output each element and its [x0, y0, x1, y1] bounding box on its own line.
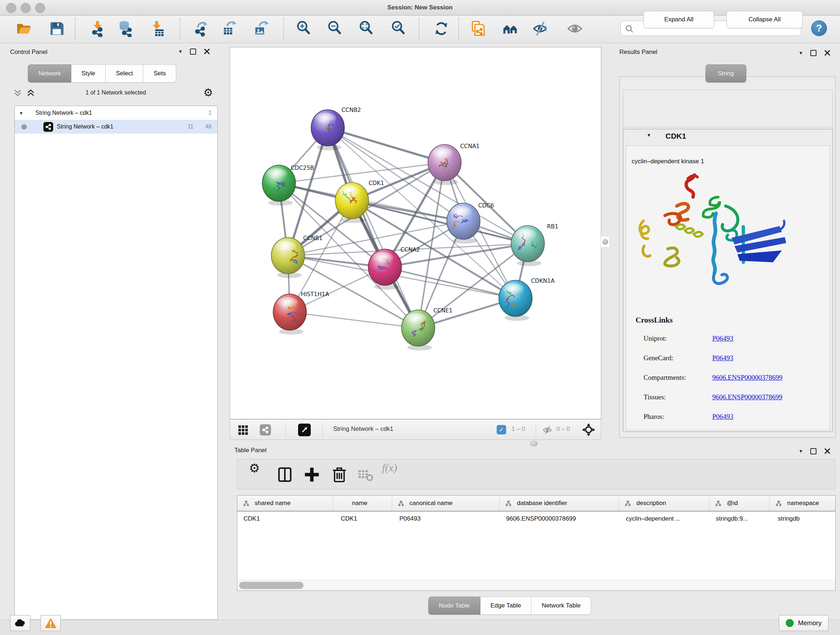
table-header-cell[interactable]: @id	[709, 496, 770, 511]
tab-network-table[interactable]: Network Table	[531, 597, 591, 615]
network-edge[interactable]	[328, 128, 418, 328]
scrollbar-thumb[interactable]	[239, 582, 303, 589]
import-table-icon[interactable]	[149, 20, 166, 37]
table-columns-icon[interactable]	[276, 466, 294, 483]
memory-button[interactable]: Memory	[779, 615, 829, 631]
help-button[interactable]: ?	[811, 20, 827, 36]
open-session-icon[interactable]	[16, 20, 32, 37]
table-header-cell[interactable]: namespace	[770, 496, 835, 511]
collapse-all-button[interactable]: Collapse All	[726, 11, 803, 28]
table-cell[interactable]: 9606.ENSP00000378699	[500, 515, 619, 523]
tab-style[interactable]: Style	[71, 65, 106, 82]
crosslink-link[interactable]: P06493	[712, 334, 733, 342]
selected-checkbox[interactable]: ✓	[497, 425, 506, 434]
crosslink-link[interactable]: 9606.ENSP00000378699	[712, 393, 783, 401]
bottom-splitter-handle[interactable]	[531, 441, 538, 447]
table-settings-gear-icon[interactable]: ⚙	[249, 461, 260, 475]
network-edge[interactable]	[352, 201, 528, 244]
zoom-fit-icon[interactable]	[358, 20, 375, 37]
function-builder-icon[interactable]: f(x)	[382, 462, 397, 474]
table-cell[interactable]: CDK1	[333, 515, 392, 523]
table-cell[interactable]: P06493	[392, 515, 500, 523]
table-header-cell[interactable]: name	[333, 496, 392, 511]
table-header-label: @id	[727, 500, 738, 507]
network-edge[interactable]	[385, 267, 515, 298]
delete-column-icon[interactable]	[331, 466, 348, 483]
cloud-button[interactable]	[10, 615, 30, 631]
panel-float-icon[interactable]: ▾	[179, 48, 182, 55]
crosslink-link[interactable]: P06493	[712, 413, 733, 421]
hide-unhide-icon[interactable]	[532, 20, 548, 37]
table-horizontal-scrollbar[interactable]	[237, 580, 835, 591]
birds-eye-view-icon[interactable]	[298, 424, 311, 436]
crosslink-link[interactable]: P06493	[712, 354, 733, 362]
table-cell[interactable]: cyclin–dependent ...	[619, 515, 709, 523]
tab-select[interactable]: Select	[106, 65, 143, 82]
export-network-icon[interactable]	[193, 20, 210, 37]
homes-icon[interactable]	[502, 20, 519, 37]
expand-all-button[interactable]: Expand All	[644, 11, 714, 28]
tab-string[interactable]: String	[706, 65, 746, 82]
network-node-ccnb1[interactable]: CCNB1	[271, 235, 323, 278]
warnings-button[interactable]	[41, 615, 61, 631]
network-node-label: CDC25B	[291, 165, 314, 171]
panel-maximize-icon[interactable]	[810, 448, 816, 454]
export-image-icon[interactable]	[253, 20, 270, 37]
table-row[interactable]: CDK1CDK1P064939606.ENSP00000378699cyclin…	[237, 511, 835, 526]
zoom-selected-icon[interactable]	[390, 20, 407, 37]
zoom-out-icon[interactable]	[327, 20, 343, 37]
network-node-label: CCNB1	[303, 235, 323, 241]
gene-collapse-icon[interactable]: ▾	[647, 132, 651, 141]
table-header-cell[interactable]: shared name	[237, 496, 333, 511]
protein-structure-image	[632, 170, 795, 308]
network-canvas[interactable]: CCNB2CCNA1CDC25BCDK1CDC6RB1CCNB1CCNA2CDK…	[230, 47, 601, 419]
fit-selected-crosshair-icon[interactable]	[582, 423, 595, 437]
network-share-view-icon[interactable]	[260, 424, 271, 435]
network-node-cdc6[interactable]: CDC6	[447, 203, 494, 244]
tree-collapse-icon[interactable]: ▾	[20, 110, 22, 116]
table-cell[interactable]: stringdb	[770, 515, 835, 523]
panel-close-icon[interactable]	[824, 448, 830, 454]
table-header-cell[interactable]: description	[619, 496, 709, 511]
show-eye-icon[interactable]	[567, 20, 583, 37]
network-node-ccnb2[interactable]: CCNB2	[311, 107, 361, 150]
table-header-cell[interactable]: canonical name	[392, 496, 500, 511]
tab-edge-table[interactable]: Edge Table	[480, 597, 532, 615]
refresh-icon[interactable]	[433, 20, 450, 37]
delete-table-icon[interactable]	[357, 466, 374, 483]
zoom-in-icon[interactable]	[295, 20, 312, 37]
network-row-selected[interactable]: String Network – cdk1 11 48	[15, 120, 218, 134]
network-edge[interactable]	[290, 312, 418, 328]
table-cell[interactable]: CDK1	[237, 515, 333, 523]
tab-network[interactable]: Network	[28, 65, 71, 82]
network-node-rb1[interactable]: RB1	[511, 223, 558, 266]
panel-float-icon[interactable]: ▾	[799, 448, 802, 454]
gene-header[interactable]: ▾ CDK1	[647, 132, 686, 141]
panel-maximize-icon[interactable]	[810, 50, 816, 56]
table-header-cell[interactable]: database identifier	[500, 496, 619, 511]
right-splitter-handle[interactable]	[600, 236, 610, 248]
grid-view-icon[interactable]	[238, 425, 248, 435]
network-edge[interactable]	[328, 128, 445, 163]
tab-sets[interactable]: Sets	[143, 65, 176, 82]
import-network-icon[interactable]	[89, 20, 106, 37]
panel-maximize-icon[interactable]	[190, 49, 196, 55]
network-node-ccne1[interactable]: CCNE1	[401, 307, 453, 350]
network-options-gear-icon[interactable]: ⚙	[203, 86, 213, 99]
search-icon	[625, 25, 634, 33]
add-column-icon[interactable]	[303, 466, 321, 483]
table-cell[interactable]: stringdb:9...	[709, 515, 770, 523]
import-network-from-database-icon[interactable]	[118, 20, 134, 37]
expand-all-networks-icon[interactable]	[26, 88, 35, 98]
network-collection-row[interactable]: ▾ String Network – cdk1 1	[15, 106, 218, 120]
panel-close-icon[interactable]	[824, 50, 830, 56]
network-node-cdkn1a[interactable]: CDKN1A	[499, 278, 554, 321]
tab-node-table[interactable]: Node Table	[428, 597, 480, 615]
string-copy-network-icon[interactable]	[470, 20, 486, 37]
crosslink-link[interactable]: 9606.ENSP00000378699	[712, 374, 783, 382]
save-session-icon[interactable]	[49, 20, 65, 37]
export-table-icon[interactable]	[221, 20, 238, 37]
panel-float-icon[interactable]: ▾	[799, 50, 802, 56]
collapse-all-networks-icon[interactable]	[13, 88, 22, 98]
panel-close-icon[interactable]	[204, 49, 210, 54]
